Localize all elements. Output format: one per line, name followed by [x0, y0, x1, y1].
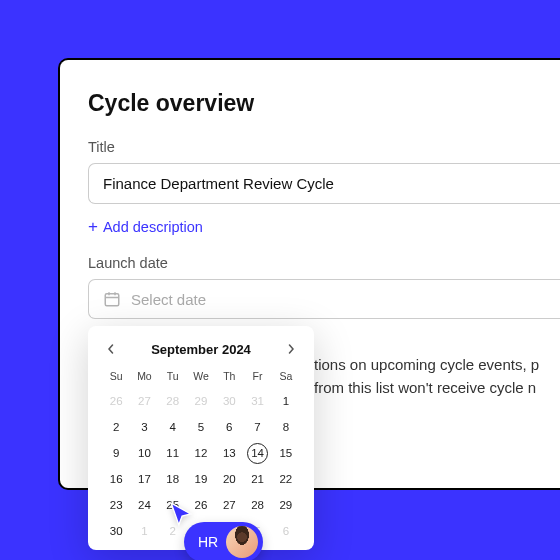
calendar-day-muted: 28 — [159, 388, 187, 414]
weekday-label: We — [187, 368, 215, 388]
weekday-label: Th — [215, 368, 243, 388]
calendar-day-muted: 1 — [130, 518, 158, 544]
chevron-right-icon — [286, 344, 296, 354]
add-description-label: Add description — [103, 219, 203, 235]
calendar-day[interactable]: 18 — [159, 466, 187, 492]
calendar-day-muted: 6 — [272, 518, 300, 544]
calendar-day[interactable]: 27 — [215, 492, 243, 518]
calendar-day[interactable]: 13 — [215, 440, 243, 466]
calendar-day[interactable]: 16 — [102, 466, 130, 492]
date-picker-month: September 2024 — [151, 342, 251, 357]
calendar-day[interactable]: 17 — [130, 466, 158, 492]
calendar-day[interactable]: 4 — [159, 414, 187, 440]
calendar-icon — [103, 290, 121, 308]
date-field-wrap: Select date September 2024 SuMoTuWeThFrS… — [88, 279, 560, 319]
prev-month-button[interactable] — [102, 340, 120, 358]
calendar-day[interactable]: 14 — [243, 440, 271, 466]
calendar-day[interactable]: 24 — [130, 492, 158, 518]
title-input[interactable] — [88, 163, 560, 204]
calendar-day[interactable]: 10 — [130, 440, 158, 466]
avatar — [226, 526, 258, 558]
calendar-day-muted: 27 — [130, 388, 158, 414]
presence-pill[interactable]: HR — [184, 522, 263, 560]
calendar-day[interactable]: 3 — [130, 414, 158, 440]
calendar-day[interactable]: 29 — [272, 492, 300, 518]
weekday-label: Su — [102, 368, 130, 388]
page-title: Cycle overview — [88, 90, 560, 117]
next-month-button[interactable] — [282, 340, 300, 358]
title-label: Title — [88, 139, 560, 155]
calendar-grid: SuMoTuWeThFrSa26272829303112345678910111… — [102, 368, 300, 544]
calendar-day[interactable]: 22 — [272, 466, 300, 492]
calendar-day[interactable]: 2 — [102, 414, 130, 440]
calendar-day-muted: 26 — [102, 388, 130, 414]
presence-pill-label: HR — [198, 534, 218, 550]
launch-date-input[interactable]: Select date — [88, 279, 560, 319]
plus-icon: + — [88, 218, 98, 235]
date-placeholder: Select date — [131, 291, 206, 308]
add-description-button[interactable]: + Add description — [88, 218, 560, 235]
calendar-day[interactable]: 28 — [243, 492, 271, 518]
weekday-label: Tu — [159, 368, 187, 388]
cursor-icon — [168, 501, 194, 527]
svg-rect-0 — [105, 294, 119, 306]
calendar-day[interactable]: 19 — [187, 466, 215, 492]
chevron-left-icon — [106, 344, 116, 354]
calendar-day[interactable]: 1 — [272, 388, 300, 414]
launch-date-label: Launch date — [88, 255, 560, 271]
weekday-label: Fr — [243, 368, 271, 388]
date-picker-header: September 2024 — [102, 340, 300, 358]
calendar-day-muted: 30 — [215, 388, 243, 414]
calendar-day[interactable]: 15 — [272, 440, 300, 466]
calendar-day[interactable]: 23 — [102, 492, 130, 518]
calendar-day[interactable]: 21 — [243, 466, 271, 492]
date-picker-popover: September 2024 SuMoTuWeThFrSa26272829303… — [88, 326, 314, 550]
calendar-day[interactable]: 11 — [159, 440, 187, 466]
calendar-day[interactable]: 7 — [243, 414, 271, 440]
calendar-day[interactable]: 6 — [215, 414, 243, 440]
calendar-day[interactable]: 9 — [102, 440, 130, 466]
calendar-day[interactable]: 12 — [187, 440, 215, 466]
weekday-label: Sa — [272, 368, 300, 388]
calendar-day[interactable]: 8 — [272, 414, 300, 440]
calendar-day[interactable]: 30 — [102, 518, 130, 544]
calendar-day-muted: 31 — [243, 388, 271, 414]
weekday-label: Mo — [130, 368, 158, 388]
calendar-day[interactable]: 5 — [187, 414, 215, 440]
calendar-day-muted: 29 — [187, 388, 215, 414]
cycle-overview-card: Cycle overview Title + Add description L… — [58, 58, 560, 490]
calendar-day[interactable]: 20 — [215, 466, 243, 492]
